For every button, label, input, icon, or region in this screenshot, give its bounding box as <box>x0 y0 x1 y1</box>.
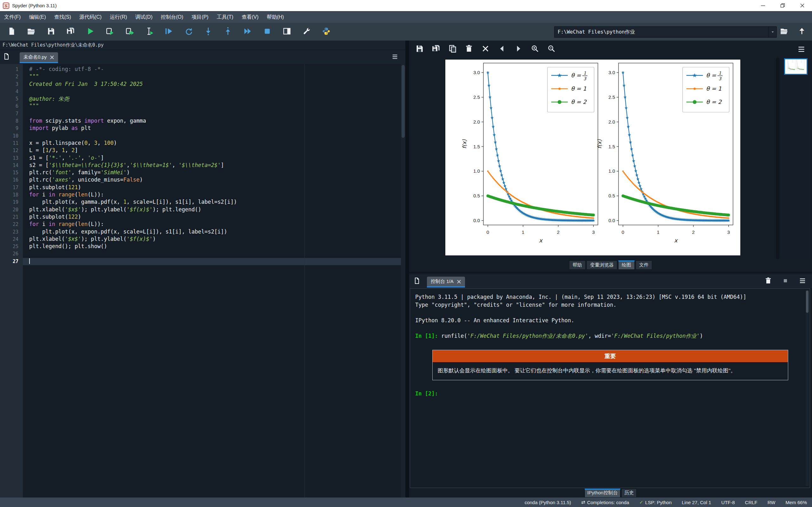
code-line[interactable]: Created on Fri Jan 3 17:50:42 2025 <box>23 81 401 88</box>
close-icon[interactable] <box>457 279 461 284</box>
maximize-pane-button[interactable] <box>281 25 293 38</box>
menu-item-9[interactable]: 工具(T) <box>212 11 237 23</box>
editor-scrollbar[interactable] <box>401 64 405 498</box>
bottom-tab-历史[interactable]: 历史 <box>621 489 637 498</box>
code-line[interactable]: plt.legend(); plt.show() <box>23 243 401 250</box>
stop-execution-button[interactable] <box>261 25 273 38</box>
code-line[interactable] <box>23 88 401 95</box>
browse-directory-button[interactable] <box>778 25 791 38</box>
menu-item-7[interactable]: 控制台(O) <box>157 11 188 23</box>
pane-tab-帮助[interactable]: 帮助 <box>569 261 586 270</box>
close-button[interactable] <box>792 0 812 11</box>
next-plot-button[interactable] <box>512 43 525 55</box>
run-cell-advance-button[interactable] <box>123 25 136 38</box>
code-line[interactable]: """ <box>23 73 401 80</box>
debug-file-button[interactable] <box>162 25 175 38</box>
open-file-button[interactable] <box>25 25 38 38</box>
menu-item-10[interactable]: 查看(V) <box>238 11 263 23</box>
interrupt-kernel-icon[interactable] <box>781 277 791 286</box>
save-all-plots-button[interactable] <box>429 43 442 55</box>
pane-tab-文件[interactable]: 文件 <box>636 261 652 270</box>
run-cell-button[interactable] <box>103 25 116 38</box>
chevron-down-icon[interactable] <box>768 26 776 38</box>
code-line[interactable]: plt.xlabel('$x$'); plt.ylabel('$f(x)$');… <box>23 206 401 214</box>
menu-item-6[interactable]: 调试(D) <box>131 11 157 23</box>
code-line[interactable]: plt.xlabel('$x$'); plt.ylabel('$f(x)$') <box>23 236 401 243</box>
plots-options-menu-icon[interactable] <box>795 43 808 55</box>
code-line[interactable]: plt.rc('axes', unicode_minus=False) <box>23 176 401 184</box>
remove-all-plots-button[interactable] <box>479 43 492 55</box>
status-item-1[interactable]: conda (Python 3.11.5) <box>525 500 571 505</box>
trash-icon[interactable] <box>764 277 773 286</box>
menu-item-5[interactable]: 运行(R) <box>106 11 131 23</box>
preferences-button[interactable] <box>300 25 313 38</box>
run-selection-button[interactable] <box>143 25 155 38</box>
code-line[interactable] <box>23 258 401 265</box>
menu-item-4[interactable]: 源代码(C) <box>75 11 106 23</box>
save-file-button[interactable] <box>44 25 57 38</box>
zoom-out-button[interactable] <box>545 43 558 55</box>
save-all-button[interactable] <box>64 25 77 38</box>
status-item-6[interactable]: CRLF <box>745 500 757 505</box>
console-prompt[interactable]: In [2]: <box>415 390 805 398</box>
minimize-button[interactable] <box>753 0 773 11</box>
code-line[interactable]: plt.subplot(121) <box>23 184 401 191</box>
menu-item-2[interactable]: 编辑(E) <box>25 11 50 23</box>
code-line[interactable]: plt.plot(x, gamma.pdf(x, 1, scale=L[i]),… <box>23 199 401 206</box>
plots-scrollbar[interactable] <box>776 58 780 259</box>
status-item-3[interactable]: ✓LSP: Python <box>640 499 672 505</box>
parent-directory-button[interactable] <box>796 25 808 38</box>
status-item-7[interactable]: RW <box>768 500 775 505</box>
restore-button[interactable] <box>773 0 792 11</box>
python-interpreter-button[interactable] <box>320 25 333 38</box>
code-line[interactable]: for i in range(len(L)): <box>23 221 401 228</box>
close-icon[interactable] <box>50 55 54 60</box>
code-line[interactable]: s1 = ['*-', '.-', 'o-'] <box>23 155 401 162</box>
console-tab[interactable]: 控制台 1/A <box>427 277 465 287</box>
previous-plot-button[interactable] <box>496 43 508 55</box>
code-line[interactable]: x = plt.linspace(0, 3, 100) <box>23 140 401 147</box>
code-line[interactable] <box>23 132 401 140</box>
zoom-in-button[interactable] <box>528 43 541 55</box>
ipython-console[interactable]: Python 3.11.5 | packaged by Anaconda, In… <box>410 288 810 488</box>
continue-execution-button[interactable] <box>241 25 254 38</box>
remove-plot-button[interactable] <box>462 43 475 55</box>
console-scrollbar[interactable] <box>806 290 809 486</box>
menu-item-3[interactable]: 查找(S) <box>50 11 75 23</box>
vertical-splitter[interactable] <box>405 41 409 498</box>
code-line[interactable]: """ <box>23 103 401 110</box>
code-line[interactable]: plt.subplot(122) <box>23 214 401 221</box>
status-item-5[interactable]: UTF-8 <box>721 500 735 505</box>
code-line[interactable] <box>23 110 401 118</box>
status-item-4[interactable]: Line 27, Col 1 <box>681 500 711 505</box>
rerun-cell-button[interactable] <box>182 25 195 38</box>
code-line[interactable]: for i in range(len(L)): <box>23 191 401 199</box>
step-return-button[interactable] <box>221 25 234 38</box>
status-item-8[interactable]: Mem 66% <box>785 500 807 505</box>
run-file-button[interactable] <box>84 25 96 38</box>
code-line[interactable]: # -*- coding: utf-8 -*- <box>23 66 401 73</box>
editor-options-menu-icon[interactable] <box>392 53 400 61</box>
console-options-menu-icon[interactable] <box>799 277 808 286</box>
code-line[interactable]: import pylab as plt <box>23 125 401 132</box>
code-line[interactable]: from scipy.stats import expon, gamma <box>23 118 401 125</box>
code-line[interactable]: s2 = ['$\\theta=\\frac{1}{3}$','$\\theta… <box>23 162 401 169</box>
status-item-2[interactable]: ⇄Completions: conda <box>581 499 629 505</box>
code-line[interactable]: L = [1/3, 1, 2] <box>23 147 401 154</box>
plot-thumbnail[interactable] <box>784 58 808 75</box>
step-into-button[interactable] <box>202 25 214 38</box>
code-line[interactable]: @author: 朱尧 <box>23 95 401 103</box>
menu-item-1[interactable]: 文件(F) <box>0 11 25 23</box>
save-plot-button[interactable] <box>413 43 426 55</box>
pane-tab-绘图[interactable]: 绘图 <box>618 261 635 270</box>
code-line[interactable]: plt.rc('font', family='SimHei') <box>23 169 401 176</box>
working-directory-combo[interactable]: F:\WeChat Files\python作业 <box>554 26 777 38</box>
browse-tabs-icon[interactable] <box>3 53 12 62</box>
code-editor[interactable]: 1234567891011121314151617181920212223242… <box>0 64 405 498</box>
menu-item-8[interactable]: 项目(P) <box>188 11 212 23</box>
code-line[interactable]: plt.plot(x, expon.pdf(x, scale=L[i]), s1… <box>23 228 401 236</box>
menu-item-11[interactable]: 帮助(H) <box>263 11 288 23</box>
editor-file-tab[interactable]: 未命名0.py <box>20 52 58 63</box>
bottom-tab-IPython控制台[interactable]: IPython控制台 <box>585 489 621 498</box>
copy-to-clipboard-button[interactable] <box>446 43 459 55</box>
